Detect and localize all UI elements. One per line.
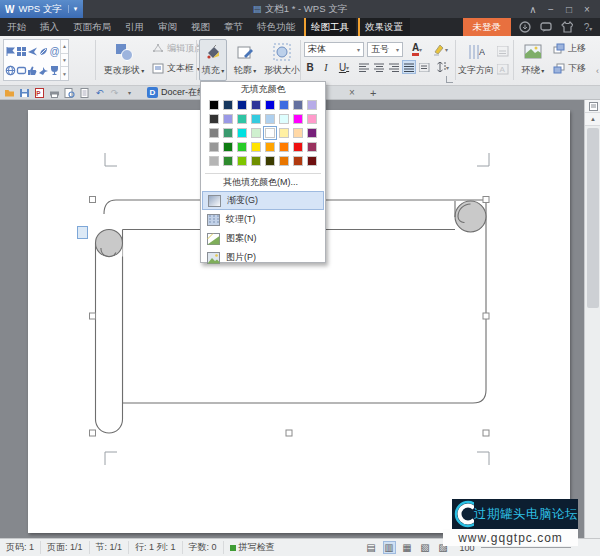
color-swatch-#0000e0[interactable] xyxy=(265,100,275,110)
align-right-button[interactable] xyxy=(387,60,401,74)
save-icon[interactable] xyxy=(19,87,30,98)
shape-size-button[interactable]: 形状大小 xyxy=(262,40,302,77)
color-swatch-#cff0cf[interactable] xyxy=(251,128,261,138)
color-swatch-#ff00ff[interactable] xyxy=(293,114,303,124)
shape-gallery[interactable]: @ ▲▼▼ xyxy=(3,39,69,81)
vertical-scrollbar[interactable]: ▲ xyxy=(584,100,600,538)
color-swatch-#e87600[interactable] xyxy=(279,156,289,166)
text-direction-button[interactable]: A 文字方向 xyxy=(458,40,494,77)
tab-绘图工具[interactable]: 绘图工具 xyxy=(304,18,356,36)
menu-item-more-colors[interactable]: 其他填充颜色(M)... xyxy=(201,174,325,191)
tab-插入[interactable]: 插入 xyxy=(33,18,66,36)
ribbon-expand-arrow[interactable]: ‹ xyxy=(596,66,599,76)
new-doc-icon[interactable] xyxy=(79,87,90,98)
color-swatch-#808080[interactable] xyxy=(209,128,219,138)
rect-shape-icon[interactable] xyxy=(16,61,27,79)
align-left-button[interactable] xyxy=(357,60,371,74)
web-view-icon[interactable]: ▦ xyxy=(401,541,414,554)
send-backward-button[interactable]: 下移 xyxy=(553,62,586,75)
gallery-scroll-down-1[interactable]: ▼ xyxy=(61,54,68,68)
close-tab-button[interactable]: × xyxy=(349,87,355,98)
outline-view-icon[interactable]: ▧ xyxy=(419,541,432,554)
color-swatch-#3c3c00[interactable] xyxy=(265,156,275,166)
fill-button[interactable]: 填充 ▾ xyxy=(199,39,227,81)
update-circle-icon[interactable] xyxy=(519,21,531,33)
grid-shape-icon[interactable] xyxy=(16,42,27,60)
tab-视图[interactable]: 视图 xyxy=(184,18,217,36)
color-swatch-#2fc4a4[interactable] xyxy=(237,114,247,124)
color-swatch-#00e0e0[interactable] xyxy=(237,128,247,138)
window-minimize-button[interactable]: − xyxy=(542,0,560,18)
message-bubble-icon[interactable] xyxy=(540,21,552,33)
export-pdf-icon[interactable]: P xyxy=(34,87,45,98)
color-swatch-#989898[interactable] xyxy=(209,142,219,152)
customize-arrow-icon[interactable]: ▾ xyxy=(124,87,135,98)
scroll-up-arrow[interactable]: ▲ xyxy=(585,113,600,126)
wrap-button[interactable]: 环绕 ▾ xyxy=(516,40,550,77)
menu-item-图片(P)[interactable]: 图片(P) xyxy=(202,248,324,267)
print-icon[interactable] xyxy=(49,87,60,98)
outline-button[interactable]: 轮廓 ▾ xyxy=(230,40,260,77)
tab-引用[interactable]: 引用 xyxy=(118,18,151,36)
zoom-slider[interactable] xyxy=(481,547,571,548)
help-icon[interactable]: ?▾ xyxy=(582,21,594,33)
menu-item-图案(N)[interactable]: 图案(N) xyxy=(202,229,324,248)
scrollbar-thumb[interactable] xyxy=(587,128,599,308)
plane-shape-icon[interactable] xyxy=(27,42,38,60)
change-shape-button[interactable]: 更改形状 ▾ xyxy=(100,40,148,77)
bring-forward-button[interactable]: 上移 xyxy=(553,42,586,55)
redo-icon[interactable]: ↷ xyxy=(109,87,120,98)
align-distribute-button[interactable] xyxy=(417,60,431,74)
bold-button[interactable]: B xyxy=(303,60,317,74)
tab-开始[interactable]: 开始 xyxy=(0,18,33,36)
color-swatch-#b5b5b5[interactable] xyxy=(209,156,219,166)
globe-shape-icon[interactable] xyxy=(5,61,16,79)
tab-效果设置[interactable]: 效果设置 xyxy=(358,18,410,36)
color-swatch-#76207a[interactable] xyxy=(307,128,317,138)
cup-shape-icon[interactable] xyxy=(49,61,60,79)
color-swatch-#000000[interactable] xyxy=(209,100,219,110)
color-swatch-#002090[interactable] xyxy=(237,100,247,110)
color-swatch-#333333[interactable] xyxy=(209,114,219,124)
jet-shape-icon[interactable] xyxy=(38,61,49,79)
page-view-icon[interactable]: ▥ xyxy=(383,541,396,554)
color-swatch-#b03a10[interactable] xyxy=(293,156,303,166)
tab-页面布局[interactable]: 页面布局 xyxy=(66,18,118,36)
gallery-scroll-up[interactable]: ▲ xyxy=(61,40,68,54)
color-swatch-#ee1111[interactable] xyxy=(293,142,303,152)
menu-item-no-fill[interactable]: 无填充颜色 xyxy=(201,82,325,97)
gallery-scroll-down-2[interactable]: ▼ xyxy=(61,67,68,80)
window-close-button[interactable]: × xyxy=(578,0,596,18)
color-swatch-#ffd8a6[interactable] xyxy=(293,128,303,138)
menu-item-纹理(T)[interactable]: 纹理(T) xyxy=(202,210,324,229)
color-swatch-#ff7c00[interactable] xyxy=(279,142,289,152)
login-button[interactable]: 未登录 xyxy=(463,18,512,36)
color-swatch-#3a9a6e[interactable] xyxy=(223,128,233,138)
color-swatch-#28cc28[interactable] xyxy=(237,142,247,152)
tab-特色功能[interactable]: 特色功能 xyxy=(250,18,302,36)
spellcheck-status[interactable]: 拼写检查 xyxy=(224,541,281,554)
thumb-shape-icon[interactable] xyxy=(27,61,38,79)
color-swatch-#defefe[interactable] xyxy=(279,114,289,124)
leaf-shape-icon[interactable] xyxy=(38,42,49,60)
ruler-toggle-button[interactable] xyxy=(585,100,600,113)
undo-icon[interactable]: ↶ xyxy=(94,87,105,98)
color-swatch-#9a99e6[interactable] xyxy=(223,114,233,124)
color-swatch-#2f3699[interactable] xyxy=(251,100,261,110)
color-swatch-#ffe400[interactable] xyxy=(251,142,261,152)
color-swatch-#b7ace8[interactable] xyxy=(307,100,317,110)
color-swatch-#afd0ef[interactable] xyxy=(265,114,275,124)
open-folder-icon[interactable] xyxy=(4,87,15,98)
color-swatch-#17375e[interactable] xyxy=(223,100,233,110)
line-spacing-button[interactable]: ▾ xyxy=(432,60,452,74)
color-swatch-#64709f[interactable] xyxy=(293,100,303,110)
italic-button[interactable]: I xyxy=(319,60,333,74)
tab-章节[interactable]: 章节 xyxy=(217,18,250,36)
color-swatch-#fff0a3[interactable] xyxy=(279,128,289,138)
text-box-button[interactable]: 文本框▾ xyxy=(152,62,200,75)
color-swatch-#3d6ce0[interactable] xyxy=(279,100,289,110)
at-shape-icon[interactable]: @ xyxy=(49,42,60,60)
new-tab-button[interactable]: + xyxy=(370,87,376,99)
highlight-button[interactable]: ▾ xyxy=(429,42,451,56)
color-swatch-#2e8b2e[interactable] xyxy=(223,156,233,166)
